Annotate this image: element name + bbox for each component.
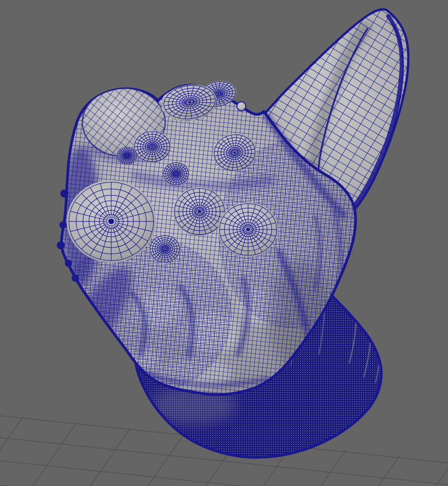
top-knob xyxy=(237,102,246,111)
eye-bump-pole xyxy=(149,235,181,263)
eye-bump-pole-large-left xyxy=(67,180,156,262)
eye-bump-pole xyxy=(173,187,226,236)
silhouette-bump xyxy=(60,189,68,198)
eye-bump-pole xyxy=(218,202,278,257)
scene-canvas xyxy=(0,0,448,486)
eye-bump-pole xyxy=(117,147,137,165)
3d-viewport[interactable] xyxy=(0,0,448,486)
eye-bump-pole xyxy=(133,131,171,163)
eye-bump-pole xyxy=(163,162,189,185)
